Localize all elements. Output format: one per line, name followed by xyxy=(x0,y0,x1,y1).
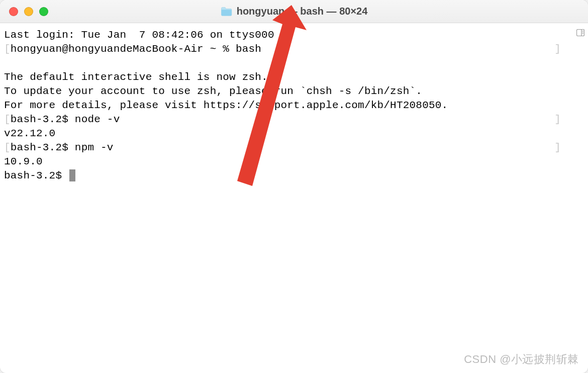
terminal-line: [bash-3.2$ node -v xyxy=(4,113,584,127)
terminal-line xyxy=(4,56,584,70)
terminal-text: bash-3.2$ npm -v xyxy=(11,142,114,153)
bracket-left: [ xyxy=(4,142,11,153)
titlebar[interactable]: hongyuan — bash — 80×24 xyxy=(0,0,588,23)
close-button[interactable] xyxy=(9,7,18,16)
terminal-prompt: bash-3.2$ xyxy=(4,170,68,181)
terminal-text: hongyuan@hongyuandeMacBook-Air ~ % bash xyxy=(11,43,261,55)
cursor-icon xyxy=(69,169,75,181)
terminal-line: For more details, please visit https://s… xyxy=(4,99,584,113)
traffic-lights xyxy=(0,7,48,16)
terminal-line: [bash-3.2$ npm -v xyxy=(4,141,584,155)
minimize-button[interactable] xyxy=(24,7,33,16)
terminal-line: v22.12.0 xyxy=(4,127,584,141)
window-title-group: hongyuan — bash — 80×24 xyxy=(221,6,368,17)
bracket-left: [ xyxy=(4,43,11,55)
terminal-prompt-line[interactable]: bash-3.2$ xyxy=(4,169,584,183)
terminal-text: bash-3.2$ node -v xyxy=(11,114,120,125)
terminal-line: The default interactive shell is now zsh… xyxy=(4,70,584,84)
watermark: CSDN @小远披荆斩棘 xyxy=(464,352,579,367)
window-title: hongyuan — bash — 80×24 xyxy=(237,6,368,17)
maximize-button[interactable] xyxy=(39,7,48,16)
terminal-line: Last login: Tue Jan 7 08:42:06 on ttys00… xyxy=(4,28,584,42)
bracket-left: [ xyxy=(4,114,11,125)
folder-icon xyxy=(221,7,233,17)
terminal-line: To update your account to use zsh, pleas… xyxy=(4,84,584,99)
terminal-window: hongyuan — bash — 80×24 Last login: Tue … xyxy=(0,0,588,373)
terminal-line: [hongyuan@hongyuandeMacBook-Air ~ % bash xyxy=(4,42,584,56)
terminal-body[interactable]: Last login: Tue Jan 7 08:42:06 on ttys00… xyxy=(0,23,588,373)
terminal-line: 10.9.0 xyxy=(4,155,584,169)
